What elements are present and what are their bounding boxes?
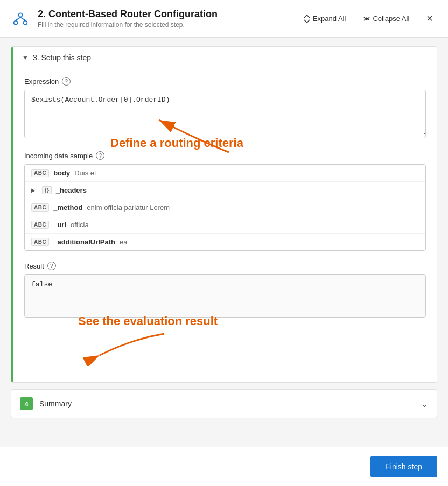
svg-line-3 [16,17,20,20]
content-area: ▼ 3. Setup this step Expression ? $exist… [0,38,448,447]
headers-key: _headers [56,186,87,194]
incoming-data-label: Incoming data sample [24,152,93,160]
data-sample-box: ABC body Duis et ▶ {} _headers ABC [24,164,426,251]
url-key: _url [53,221,66,229]
section-4-chevron: ⌄ [421,399,428,409]
data-row-url: ABC _url officia [25,216,425,234]
method-key: _method [53,203,82,212]
incoming-data-label-row: Incoming data sample ? [24,151,426,160]
additional-url-type-badge: ABC [31,238,49,246]
headers-type-badge: {} [42,186,52,194]
close-button[interactable]: × [422,10,437,27]
incoming-data-group: Incoming data sample ? ABC body Duis et … [24,151,426,251]
modal-subtitle: Fill in the required information for the… [38,21,299,29]
data-row-method: ABC _method enim officia pariatur Lorem [25,199,425,216]
router-icon [11,9,30,29]
expression-group: Expression ? $exists(Account.Order[0].Or… [24,77,426,140]
additional-url-key: _additionalUrlPath [53,238,115,246]
result-label: Result [24,262,44,270]
section-4-card[interactable]: 4 Summary ⌄ [11,389,437,418]
svg-point-7 [24,21,26,24]
additional-url-value: ea [120,238,127,246]
collapse-icon [363,15,370,23]
method-value: enim officia pariatur Lorem [87,203,170,212]
annotation-spacer [24,330,426,374]
expression-help-icon[interactable]: ? [62,77,71,86]
section-3-card: ▼ 3. Setup this step Expression ? $exist… [11,46,437,383]
headers-expand-arrow[interactable]: ▶ [31,187,36,193]
data-row-headers: ▶ {} _headers [25,182,425,199]
svg-line-4 [20,17,25,20]
data-row-body: ABC body Duis et [25,165,425,182]
result-label-row: Result ? [24,262,426,270]
expression-input[interactable]: $exists(Account.Order[0].OrderID) [24,90,426,138]
modal-container: 2. Content-Based Router Configuration Fi… [0,0,448,486]
modal-footer: Finish step [0,447,448,486]
url-type-badge: ABC [31,221,49,229]
section-4-number: 4 [20,397,33,410]
expression-label: Expression [24,78,59,86]
result-textarea[interactable]: false [24,274,426,318]
body-value: Duis et [74,169,96,177]
modal-title: 2. Content-Based Router Configuration [38,9,299,20]
body-type-badge: ABC [31,169,49,177]
modal-header: 2. Content-Based Router Configuration Fi… [0,0,448,38]
method-type-badge: ABC [31,203,49,212]
header-text-block: 2. Content-Based Router Configuration Fi… [38,9,299,29]
section-4-label: Summary [39,399,421,408]
expand-all-button[interactable]: Expand All [299,12,350,25]
result-group: Result ? false See the evaluation result [24,262,426,320]
collapse-all-button[interactable]: Collapse All [359,12,414,25]
svg-point-6 [14,21,17,24]
svg-point-5 [19,13,22,16]
result-help-icon[interactable]: ? [47,262,56,270]
data-row-additional-url: ABC _additionalUrlPath ea [25,234,425,250]
section-3-label: 3. Setup this step [33,53,91,62]
section-3-collapse-arrow: ▼ [22,54,29,61]
body-key: body [53,169,70,177]
expression-label-row: Expression ? [24,77,426,86]
incoming-data-help-icon[interactable]: ? [96,151,104,160]
finish-step-button[interactable]: Finish step [370,456,437,477]
section-3-header[interactable]: ▼ 3. Setup this step [11,47,437,68]
section-3-body: Expression ? $exists(Account.Order[0].Or… [11,68,437,382]
url-value: officia [71,221,89,229]
header-actions: Expand All Collapse All × [299,10,437,27]
expand-icon [303,15,311,23]
